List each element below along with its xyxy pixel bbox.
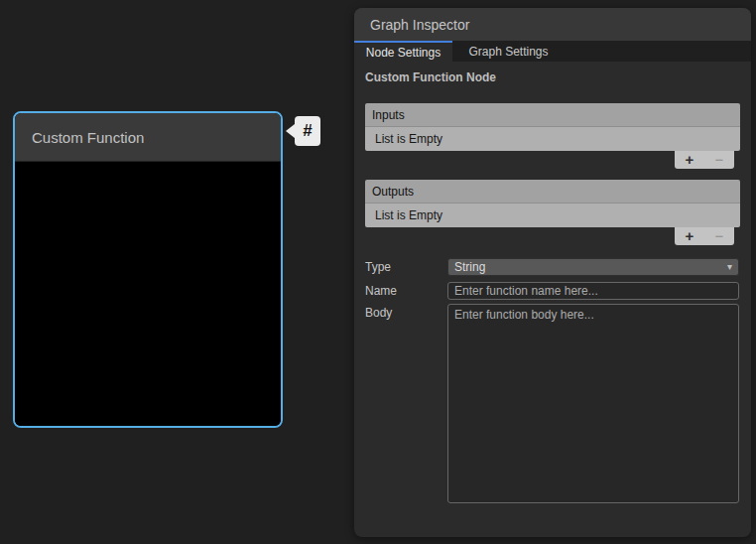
outputs-add-button[interactable]: + [686,228,694,244]
inputs-list-footer: + − [675,151,734,169]
function-name-input[interactable] [447,282,739,300]
name-label: Name [365,282,397,300]
body-label: Body [365,304,392,322]
node-header[interactable]: Custom Function [15,113,281,162]
node-title: Custom Function [32,129,144,146]
tab-graph-settings-label: Graph Settings [468,45,548,59]
panel-content: Custom Function Node Inputs List is Empt… [354,62,751,537]
panel-title: Graph Inspector [370,17,469,33]
inputs-empty-label: List is Empty [375,132,442,146]
chevron-down-icon: ▾ [727,262,732,272]
inputs-remove-button[interactable]: − [715,152,724,168]
type-dropdown-value: String [454,260,485,274]
outputs-list-empty-row: List is Empty [365,204,740,227]
graph-inspector-panel: Graph Inspector Node Settings Graph Sett… [354,8,751,537]
panel-titlebar[interactable]: Graph Inspector [354,8,751,41]
type-dropdown[interactable]: String ▾ [447,258,739,276]
inputs-list: Inputs List is Empty + − [365,103,740,151]
outputs-list-header: Outputs [365,180,740,204]
badge-tail [286,124,295,138]
outputs-list-title: Outputs [372,185,414,199]
tab-graph-settings[interactable]: Graph Settings [452,41,565,62]
tab-node-settings-label: Node Settings [366,46,441,60]
type-label: Type [365,258,391,276]
tabstrip: Node Settings Graph Settings [354,41,751,62]
outputs-empty-label: List is Empty [375,208,442,222]
outputs-list: Outputs List is Empty + − [365,180,740,227]
node-preview [15,162,281,426]
inputs-list-header: Inputs [365,103,740,127]
inputs-list-title: Inputs [372,108,405,122]
custom-function-node[interactable]: Custom Function [13,111,283,428]
inputs-list-empty-row: List is Empty [365,127,740,151]
inputs-add-button[interactable]: + [686,152,694,168]
tab-node-settings[interactable]: Node Settings [354,41,452,62]
outputs-remove-button[interactable]: − [715,228,724,244]
hash-icon: # [295,116,320,146]
function-body-input[interactable] [447,304,739,503]
section-title: Custom Function Node [365,70,496,84]
node-hash-badge[interactable]: # [286,116,320,146]
outputs-list-footer: + − [675,227,734,245]
